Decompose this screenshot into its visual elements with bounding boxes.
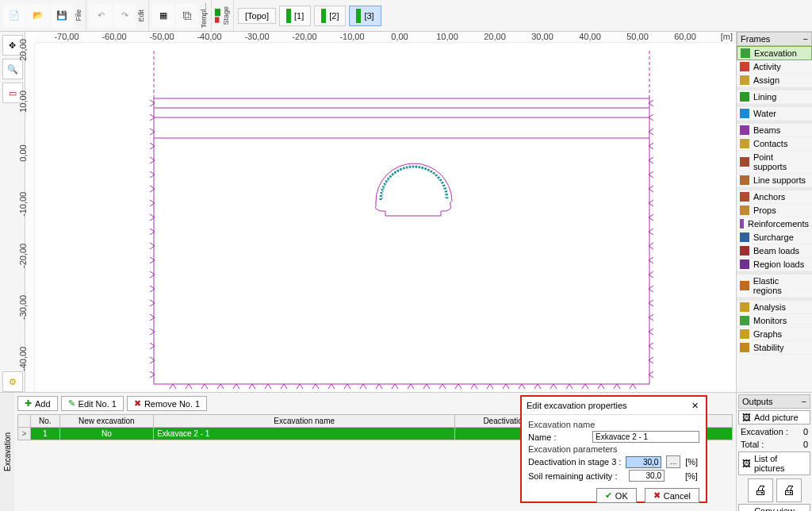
frame-icon — [740, 232, 749, 242]
frame-icon — [740, 62, 749, 71]
frame-item-assign[interactable]: Assign — [737, 74, 812, 87]
remove-stage-button[interactable] — [215, 17, 220, 23]
edit-button[interactable]: ✎Edit No. 1 — [61, 396, 124, 411]
add-picture-button[interactable]: Add picture — [738, 410, 810, 425]
frame-item-props[interactable]: Props — [737, 204, 812, 217]
frame-item-activity[interactable]: Activity — [737, 60, 812, 74]
redo-icon — [121, 10, 128, 21]
stage-1[interactable]: [1] — [279, 6, 311, 26]
section-params: Excavation parameters — [528, 444, 699, 454]
edit-group: Edit — [86, 0, 149, 31]
frame-item-point-supports[interactable]: Point supports — [737, 151, 812, 174]
frame-label: Beam loads — [753, 246, 799, 256]
frame-item-line-supports[interactable]: Line supports — [737, 174, 812, 187]
frame-label: Props — [753, 206, 776, 215]
picture-icon — [742, 413, 751, 422]
ruler-vertical: 20,0010,000,00-10,00-20,00-30,00-40,00 — [25, 43, 35, 392]
frame-icon — [740, 281, 749, 290]
stage-3[interactable]: [3] — [349, 6, 381, 26]
name-label: Name : — [528, 432, 588, 442]
redo-button[interactable] — [113, 4, 136, 28]
open-button[interactable] — [27, 4, 49, 28]
dialog-close-button[interactable]: ✕ — [688, 399, 701, 412]
remaining-input[interactable] — [629, 470, 665, 482]
frame-icon — [740, 75, 749, 85]
template-button[interactable] — [152, 4, 174, 28]
frame-item-elastic-regions[interactable]: Elastic regions — [737, 275, 812, 298]
frame-item-reinforcements[interactable]: Reinforcements — [737, 217, 812, 231]
frame-icon — [740, 259, 749, 269]
cancel-button[interactable]: ✖Cancel — [645, 488, 699, 503]
remove-button[interactable]: ✖Remove No. 1 — [127, 396, 207, 411]
printer-icon — [754, 483, 767, 498]
frame-item-contacts[interactable]: Contacts — [737, 137, 812, 151]
frame-icon — [740, 219, 744, 229]
bottom-tab[interactable]: Excavation — [0, 393, 14, 511]
check-icon: ✔ — [605, 490, 612, 501]
print-button-1[interactable] — [748, 478, 773, 502]
edit-excavation-dialog: Edit excavation properties ✕ Excavation … — [520, 395, 707, 503]
copy-view-button[interactable]: Copy view — [738, 504, 810, 511]
deact-unit: [%] — [685, 457, 699, 467]
file-label: File — [75, 8, 82, 23]
templ-group: Templ... — [149, 0, 212, 31]
frame-item-water[interactable]: Water — [737, 107, 812, 121]
frame-label: Analysis — [753, 302, 786, 312]
frame-icon — [740, 192, 749, 202]
deactivation-input[interactable] — [626, 456, 661, 468]
outputs-panel: Outputs − Add picture Excavation :0 Tota… — [736, 392, 812, 511]
new-button[interactable] — [3, 4, 25, 28]
frame-item-stability[interactable]: Stability — [737, 341, 812, 355]
frame-item-monitors[interactable]: Monitors — [737, 314, 812, 328]
cross-icon: ✖ — [653, 490, 661, 501]
new-icon — [9, 10, 20, 21]
add-stage-button[interactable] — [215, 8, 220, 16]
print-button-2[interactable] — [776, 478, 802, 502]
frame-label: Contacts — [753, 139, 787, 148]
list-pictures-button[interactable]: List of pictures — [738, 451, 810, 475]
deact-picker-button[interactable]: … — [666, 455, 680, 468]
viewport[interactable] — [35, 43, 736, 392]
frame-label: Assign — [753, 75, 779, 85]
name-input[interactable] — [592, 431, 699, 443]
frame-label: Stability — [753, 343, 784, 352]
ok-button[interactable]: ✔OK — [596, 488, 637, 503]
save-button[interactable] — [51, 4, 73, 28]
frame-item-lining[interactable]: Lining — [737, 90, 812, 104]
settings-button[interactable] — [2, 371, 23, 392]
frame-label: Graphs — [753, 329, 782, 339]
frame-label: Water — [753, 109, 776, 118]
frame-item-beam-loads[interactable]: Beam loads — [737, 244, 812, 258]
frame-item-excavation[interactable]: Excavation — [737, 46, 812, 60]
frame-icon — [740, 206, 749, 215]
stage-2[interactable]: [2] — [314, 6, 346, 26]
minimize-icon[interactable]: − — [803, 34, 808, 44]
frame-icon — [740, 157, 749, 167]
outputs-minimize-icon[interactable]: − — [802, 397, 806, 406]
frame-item-region-loads[interactable]: Region loads — [737, 258, 812, 271]
stage-tabs: [Topo] [1] [2] [3] — [234, 0, 385, 31]
ruler-horizontal: -70,00-60,00-50,00-40,00-30,00-20,00-10,… — [35, 32, 736, 43]
frame-label: Line supports — [753, 175, 806, 185]
frame-item-graphs[interactable]: Graphs — [737, 328, 812, 341]
frame-icon — [740, 92, 749, 102]
frames-title: Frames — [741, 34, 770, 44]
frame-item-anchors[interactable]: Anchors — [737, 190, 812, 204]
frame-label: Point supports — [753, 152, 809, 171]
edit-label: Edit — [137, 8, 145, 24]
outputs-title-bar: Outputs − — [738, 394, 810, 409]
stage-topo[interactable]: [Topo] — [238, 8, 276, 24]
zoom-icon — [7, 64, 18, 75]
frame-item-beams[interactable]: Beams — [737, 124, 812, 137]
frame-label: Excavation — [754, 48, 797, 58]
copystage-button[interactable] — [176, 4, 198, 28]
file-group: File — [0, 0, 86, 31]
dialog-title: Edit excavation properties — [527, 401, 627, 410]
frame-item-analysis[interactable]: Analysis — [737, 301, 812, 314]
stage-label: Stage — [222, 5, 230, 27]
frame-label: Anchors — [753, 192, 785, 202]
frame-item-surcharge[interactable]: Surcharge — [737, 231, 812, 244]
add-button[interactable]: ✚Add — [17, 396, 58, 411]
undo-button[interactable] — [90, 4, 112, 28]
frame-icon — [740, 109, 749, 118]
